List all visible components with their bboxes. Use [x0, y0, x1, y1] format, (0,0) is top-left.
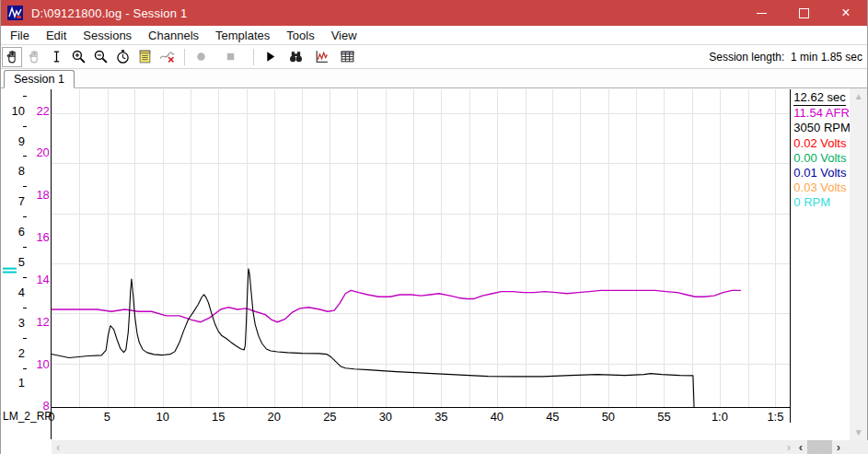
minimize-icon	[757, 13, 767, 14]
window-title: D:\09121800.log - Session 1	[31, 6, 187, 20]
menu-templates[interactable]: Templates	[207, 29, 278, 42]
svg-text:16: 16	[36, 230, 49, 244]
bottom-scroll-area: ‹ › ‹ ›	[1, 440, 867, 454]
svg-text:40: 40	[491, 410, 503, 424]
legend-scrollbar[interactable]: ‹ ›	[794, 440, 852, 454]
legend-channel-volts-4[interactable]: 0.03 Volts	[793, 180, 850, 195]
svg-text:10: 10	[36, 357, 49, 371]
clear-markers-icon	[159, 49, 175, 64]
svg-text:30: 30	[379, 410, 392, 424]
scroll-down-icon[interactable]: ▼	[850, 427, 867, 437]
svg-text:45: 45	[546, 410, 559, 424]
session-length-label: Session length: 1 min 1.85 sec	[709, 51, 867, 64]
record-button	[191, 47, 211, 67]
legend-channel-volts-2[interactable]: 0.00 Volts	[793, 151, 850, 166]
vertical-scrollbar[interactable]: ▲ ▼	[850, 88, 867, 440]
legend-channel-rpm-2[interactable]: 0 RPM	[793, 195, 850, 210]
app-icon	[7, 5, 24, 21]
svg-text:5: 5	[18, 255, 25, 269]
legend-channel-rpm[interactable]: 3050 RPM	[793, 121, 850, 135]
zoom-out-icon	[93, 49, 109, 64]
stop-button	[220, 47, 240, 67]
legend-channel-afr[interactable]: 11.54 AFR	[793, 106, 850, 121]
channel-legend: 12.62 sec 11.54 AFR 3050 RPM 0.02 Volts …	[791, 88, 850, 440]
play-icon	[262, 49, 278, 64]
cursor-tool-button[interactable]	[46, 47, 66, 67]
svg-text:3: 3	[18, 316, 25, 330]
log-chart[interactable]: 1098765432122201816141210805101520253035…	[1, 88, 791, 440]
menu-file[interactable]: File	[2, 29, 38, 42]
legend-scroll-right-icon[interactable]: ›	[832, 440, 845, 454]
window-controls: ×	[740, 0, 867, 26]
toolbar: Session length: 1 min 1.85 sec	[1, 45, 867, 69]
svg-text:1: 1	[18, 376, 25, 390]
time-scrollbar[interactable]: ‹ ›	[52, 440, 794, 454]
stop-icon	[223, 49, 238, 64]
svg-text:1:5: 1:5	[767, 410, 783, 424]
svg-text:1:0: 1:0	[712, 410, 728, 424]
zoom-in-button[interactable]	[68, 47, 88, 67]
legend-channel-volts-3[interactable]: 0.01 Volts	[793, 166, 850, 180]
svg-text:25: 25	[323, 410, 336, 424]
menu-tools[interactable]: Tools	[278, 29, 322, 42]
left-axis-channel-label[interactable]: LM_2_RP	[3, 410, 52, 423]
maximize-button[interactable]	[782, 0, 825, 26]
ibeam-icon	[49, 49, 64, 64]
svg-text:18: 18	[36, 188, 49, 202]
toolbar-separator	[253, 49, 254, 65]
notes-button[interactable]	[134, 47, 155, 67]
binoculars-icon	[288, 49, 304, 64]
play-button[interactable]	[260, 47, 280, 67]
legend-channel-volts-1[interactable]: 0.02 Volts	[793, 136, 850, 151]
svg-text:20: 20	[268, 410, 281, 424]
hand-disabled-icon	[27, 49, 42, 64]
tab-session-1[interactable]: Session 1	[4, 70, 75, 88]
menu-view[interactable]: View	[323, 29, 365, 42]
svg-text:8: 8	[18, 164, 25, 178]
legend-cursor-time[interactable]: 12.62 sec	[793, 90, 850, 106]
svg-text:50: 50	[602, 410, 615, 424]
find-button[interactable]	[285, 47, 306, 67]
svg-text:20: 20	[36, 146, 49, 159]
stopwatch-button[interactable]	[112, 47, 133, 67]
clear-markers-button[interactable]	[156, 47, 177, 67]
close-button[interactable]: ×	[825, 0, 867, 26]
svg-text:10: 10	[11, 104, 24, 118]
svg-text:5: 5	[104, 410, 110, 424]
menu-channels[interactable]: Channels	[140, 29, 207, 42]
legend-scrollbar-thumb[interactable]	[807, 440, 832, 454]
app-window: D:\09121800.log - Session 1 × File Edit …	[0, 0, 868, 454]
svg-text:9: 9	[18, 134, 25, 148]
scroll-right-icon[interactable]: ›	[787, 440, 791, 454]
minimize-button[interactable]	[740, 0, 782, 26]
tab-strip: Session 1	[1, 69, 867, 88]
scroll-up-icon[interactable]: ▲	[850, 91, 867, 101]
scrollbar-corner	[852, 440, 868, 454]
title-bar: D:\09121800.log - Session 1 ×	[1, 0, 867, 26]
svg-text:35: 35	[434, 410, 447, 424]
table-view-button[interactable]	[337, 47, 357, 67]
toolbar-separator	[184, 49, 185, 65]
graph-view-button[interactable]	[311, 47, 331, 67]
menu-sessions[interactable]: Sessions	[75, 29, 140, 42]
table-icon	[340, 49, 355, 64]
chart-region: 1098765432122201816141210805101520253035…	[1, 88, 867, 440]
record-icon	[193, 49, 209, 64]
zoom-in-icon	[71, 49, 87, 64]
legend-scroll-left-icon[interactable]: ‹	[794, 440, 807, 454]
zoom-out-button[interactable]	[90, 47, 110, 67]
close-icon: ×	[841, 6, 850, 20]
menu-bar: File Edit Sessions Channels Templates To…	[1, 26, 867, 45]
scroll-left-icon[interactable]: ‹	[56, 440, 60, 454]
pan-tool-button[interactable]	[2, 47, 22, 67]
svg-text:7: 7	[18, 194, 25, 208]
svg-text:12: 12	[36, 315, 49, 329]
menu-edit[interactable]: Edit	[38, 29, 75, 42]
svg-text:55: 55	[657, 410, 670, 424]
svg-text:2: 2	[18, 346, 25, 360]
graph-icon	[314, 49, 330, 64]
svg-text:10: 10	[156, 410, 169, 424]
svg-text:22: 22	[36, 104, 49, 118]
svg-text:6: 6	[18, 225, 25, 239]
svg-text:14: 14	[36, 273, 49, 286]
